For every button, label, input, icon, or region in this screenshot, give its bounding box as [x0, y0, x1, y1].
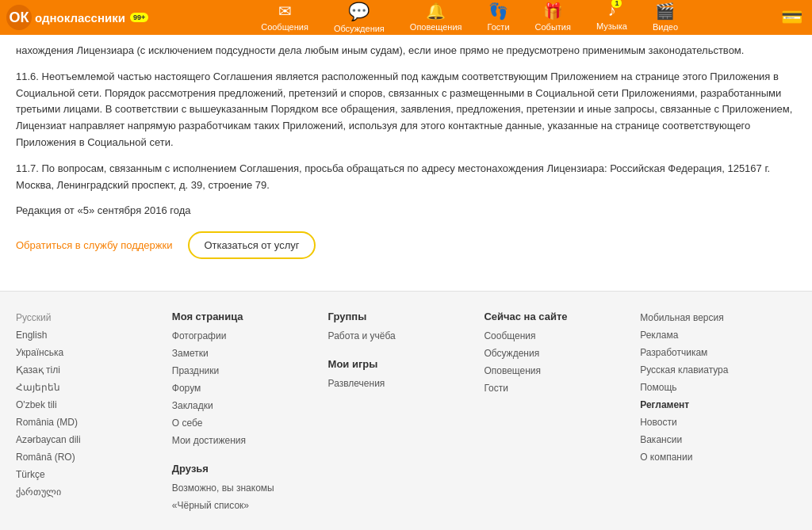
video-icon: 🎬: [655, 2, 675, 21]
lang-uzbek[interactable]: O'zbek tili: [16, 398, 172, 412]
footer-friends-title: Друзья: [172, 463, 328, 475]
logo-icon: ОК: [6, 5, 32, 30]
lang-russian[interactable]: Русский: [16, 311, 172, 325]
nav-label-discussions: Обсуждения: [334, 24, 385, 33]
logo-text: одноклассники: [35, 11, 125, 25]
footer-photos[interactable]: Фотографии: [172, 329, 328, 343]
lang-armenian[interactable]: Հայերեն: [16, 380, 172, 395]
nav-item-notifications[interactable]: 🔔 Оповещения: [397, 0, 475, 36]
music-icon: ♪1: [607, 2, 615, 20]
footer-now-messages[interactable]: Сообщения: [484, 329, 640, 343]
nav-label-music: Музыка: [596, 21, 627, 31]
footer-now-notifications[interactable]: Оповещения: [484, 364, 640, 378]
nav-item-video[interactable]: 🎬 Видео: [640, 0, 691, 36]
lang-azerbaijani[interactable]: Azərbaycan dili: [16, 433, 172, 447]
nav-right: 💳: [778, 4, 806, 31]
footer-games-title: Мои игры: [328, 358, 485, 370]
guests-icon: 👣: [488, 2, 508, 21]
footer-forum[interactable]: Форум: [172, 381, 328, 395]
logo-badge: 99+: [130, 13, 148, 22]
footer-now-discussions[interactable]: Обсуждения: [484, 346, 640, 360]
footer-rules[interactable]: Регламент: [640, 398, 796, 412]
footer-col-now: Сейчас на сайте Сообщения Обсуждения Опо…: [484, 311, 640, 516]
footer-achievements[interactable]: Мои достижения: [172, 433, 328, 448]
lang-georgian[interactable]: ქართული: [16, 485, 172, 499]
footer-col-groups-games: Группы Работа и учёба Мои игры Развлечен…: [328, 311, 485, 516]
footer: Русский English Українська Қазақ тілі Հա…: [0, 292, 812, 530]
footer-maybe-know[interactable]: Возможно, вы знакомы: [172, 481, 328, 495]
cancel-services-button[interactable]: Отказаться от услуг: [188, 231, 315, 260]
footer-ads[interactable]: Реклама: [640, 328, 796, 342]
nav-label-guests: Гости: [488, 22, 510, 32]
footer-developers[interactable]: Разработчикам: [640, 345, 796, 360]
footer-vacancies[interactable]: Вакансии: [640, 433, 796, 447]
footer-blacklist[interactable]: «Чёрный список»: [172, 498, 328, 513]
footer-about[interactable]: О себе: [172, 416, 328, 430]
nav-item-discussions[interactable]: 💬 Обсуждения: [321, 0, 397, 36]
footer-columns: Русский English Українська Қазақ тілі Հա…: [16, 311, 796, 516]
footer-company[interactable]: О компании: [640, 450, 796, 464]
footer-col-more: Мобильная версия Реклама Разработчикам Р…: [640, 311, 796, 516]
wallet-icon[interactable]: 💳: [778, 4, 806, 31]
nav-label-video: Видео: [653, 22, 678, 32]
edit-date: Редакция от «5» сентября 2016 года: [16, 203, 796, 219]
nav-label-events: События: [535, 22, 571, 32]
footer-mobile[interactable]: Мобильная версия: [640, 311, 796, 325]
logo[interactable]: ОК одноклассники 99+: [6, 5, 148, 30]
content-para2: 11.6. Неотъемлемой частью настоящего Сог…: [16, 69, 796, 151]
nav-label-messages: Сообщения: [261, 22, 308, 32]
footer-bookmarks[interactable]: Закладки: [172, 398, 328, 413]
footer-holidays[interactable]: Праздники: [172, 364, 328, 378]
discussions-icon: 💬: [348, 2, 370, 22]
music-badge: 1: [611, 0, 622, 8]
lang-ukrainian[interactable]: Українська: [16, 345, 172, 360]
lang-kazakh[interactable]: Қазақ тілі: [16, 363, 172, 377]
notifications-icon: 🔔: [426, 2, 446, 21]
footer-mypage-title: Моя страница: [172, 311, 328, 322]
nav-item-music[interactable]: ♪1 Музыка: [584, 0, 640, 36]
lang-romanian-md[interactable]: România (MD): [16, 415, 172, 429]
footer-col-languages: Русский English Українська Қазақ тілі Հա…: [16, 311, 172, 516]
footer-now-title: Сейчас на сайте: [484, 311, 640, 322]
lang-turkish[interactable]: Türkçe: [16, 467, 172, 482]
footer-news[interactable]: Новости: [640, 415, 796, 429]
footer-col-mypage: Моя страница Фотографии Заметки Праздник…: [172, 311, 328, 516]
messages-icon: ✉: [278, 2, 292, 21]
footer-entertainment[interactable]: Развлечения: [328, 376, 485, 391]
nav-item-guests[interactable]: 👣 Гости: [475, 0, 523, 36]
footer-keyboard[interactable]: Русская клавиатура: [640, 363, 796, 377]
nav-label-notifications: Оповещения: [410, 22, 462, 32]
lang-romanian-ro[interactable]: Română (RO): [16, 450, 172, 464]
content-para1: нахождения Лицензиара (с исключением под…: [16, 43, 796, 59]
main-content: нахождения Лицензиара (с исключением под…: [0, 35, 812, 291]
content-para3: 11.7. По вопросам, связанным с исполнени…: [16, 161, 796, 194]
top-navigation: ОК одноклассники 99+ ✉ Сообщения 💬 Обсуж…: [0, 0, 812, 35]
nav-item-events[interactable]: 🎁 События: [523, 0, 584, 36]
action-links: Обратиться в службу поддержки Отказаться…: [16, 231, 796, 260]
nav-items: ✉ Сообщения 💬 Обсуждения 🔔 Оповещения 👣 …: [161, 0, 778, 36]
footer-now-guests[interactable]: Гости: [484, 381, 640, 395]
events-icon: 🎁: [543, 2, 563, 21]
nav-item-messages[interactable]: ✉ Сообщения: [248, 0, 321, 36]
lang-english[interactable]: English: [16, 328, 172, 342]
footer-groups-title: Группы: [328, 311, 485, 322]
footer-help[interactable]: Помощь: [640, 380, 796, 395]
support-link[interactable]: Обратиться в службу поддержки: [16, 238, 172, 254]
footer-work-study[interactable]: Работа и учёба: [328, 329, 485, 343]
footer-notes[interactable]: Заметки: [172, 346, 328, 360]
